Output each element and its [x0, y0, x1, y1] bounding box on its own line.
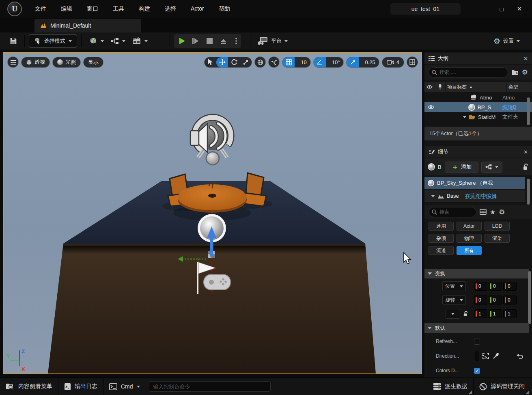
rotation-snap-toggle[interactable] — [314, 57, 326, 68]
rotation-y-field[interactable]: 0 — [489, 296, 502, 304]
scale-tool-button[interactable] — [240, 57, 252, 67]
settings-dropdown[interactable]: ⚙ 设置 — [490, 35, 523, 48]
filter-actor[interactable]: Actor — [457, 222, 482, 231]
refresh-checkbox[interactable] — [474, 339, 480, 345]
edit-blueprint-link[interactable]: 编辑B — [502, 104, 527, 111]
menu-edit[interactable]: 编辑 — [61, 5, 72, 13]
viewport-options-button[interactable] — [7, 56, 19, 68]
filter-physics[interactable]: 物理 — [457, 234, 482, 243]
add-actor-dropdown[interactable] — [86, 35, 107, 47]
close-icon[interactable]: ✕ — [523, 56, 528, 62]
maximize-viewport-button[interactable] — [407, 56, 418, 68]
favorites-star-icon[interactable]: ★ — [490, 208, 495, 216]
outliner-scrollbar[interactable] — [527, 97, 530, 125]
expander-arrow-icon[interactable] — [463, 116, 467, 118]
play-button[interactable] — [175, 35, 189, 47]
scale-snap-toggle[interactable] — [347, 57, 359, 68]
add-component-button[interactable]: ＋ 添加 — [445, 162, 478, 173]
type-column-header[interactable]: 类型 — [507, 82, 532, 92]
scale-snap-control[interactable]: 0.25 — [346, 57, 379, 68]
outliner-row-bp-sky-sphere-selected[interactable]: BP_S 编辑B — [424, 102, 532, 112]
filter-all[interactable]: 所有 — [457, 246, 482, 255]
details-object-row-selected[interactable]: BP_Sky_Sphere （自我 — [424, 177, 525, 189]
unlock-icon[interactable] — [463, 311, 468, 317]
colors-checkbox[interactable]: ✓ — [474, 368, 480, 374]
scale-y-field[interactable]: 1 — [489, 309, 502, 318]
outliner-search-input[interactable] — [429, 67, 508, 78]
show-dropdown[interactable]: 显示 — [83, 57, 103, 68]
platforms-dropdown[interactable]: 平台 — [254, 35, 291, 47]
scale-x-field[interactable]: 1 — [474, 309, 487, 318]
source-control-button[interactable]: 源码管理关闭 — [474, 378, 530, 395]
display-filter-icon[interactable] — [480, 209, 487, 215]
level-tab[interactable]: Minimal_Default — [34, 19, 141, 32]
play-options-button[interactable] — [232, 35, 240, 47]
use-selected-icon[interactable] — [481, 352, 489, 360]
level-viewport[interactable]: Z Y X 透视 光照 显示 — [3, 52, 422, 374]
pin-column-header[interactable] — [435, 82, 446, 92]
menu-actor[interactable]: Actor — [191, 5, 204, 13]
output-log-button[interactable]: 输出日志 — [58, 378, 103, 395]
details-tab[interactable]: 细节 ✕ — [424, 146, 532, 158]
rotation-dropdown[interactable]: 旋转 — [442, 295, 466, 305]
menu-tools[interactable]: 工具 — [113, 5, 124, 13]
menu-select[interactable]: 选择 — [165, 5, 176, 13]
scale-dropdown[interactable] — [446, 309, 460, 319]
select-mode-dropdown[interactable]: 选择模式 — [29, 35, 77, 47]
frame-skip-button[interactable] — [189, 35, 202, 47]
maximize-button[interactable]: □ — [495, 3, 508, 15]
unlock-icon[interactable] — [523, 164, 529, 170]
rotation-z-field[interactable]: 0 — [503, 296, 517, 304]
location-dropdown[interactable]: 位置 — [442, 281, 466, 291]
details-settings-gear-icon[interactable]: ⚙ — [499, 208, 505, 216]
location-x-field[interactable]: 0 — [474, 282, 487, 291]
details-scrollbar[interactable] — [528, 271, 531, 324]
content-drawer-button[interactable]: 内容侧滑菜单 — [0, 378, 58, 395]
perspective-dropdown[interactable]: 透视 — [21, 57, 50, 68]
location-y-field[interactable]: 0 — [489, 282, 502, 291]
grid-snap-value[interactable]: 10 — [297, 59, 310, 65]
location-z-field[interactable]: 0 — [503, 282, 517, 291]
convert-to-blueprint-dropdown[interactable] — [481, 162, 502, 173]
object-reference-slot[interactable] — [474, 351, 479, 361]
edit-in-blueprint-link[interactable]: 在蓝图中编辑 — [465, 192, 497, 200]
camera-speed-control[interactable]: 4 — [382, 57, 404, 68]
minimize-button[interactable]: — — [477, 3, 491, 15]
outliner-settings-gear-icon[interactable]: ⚙ — [522, 68, 528, 77]
details-component-row[interactable]: Base 在蓝图中编辑 — [424, 190, 525, 202]
console-command-input[interactable] — [149, 381, 271, 392]
item-label-column-header[interactable]: 项目标签 ▲ — [446, 82, 507, 92]
rotate-tool-button[interactable] — [228, 57, 240, 67]
select-tool-button[interactable] — [205, 57, 216, 67]
eject-button[interactable] — [216, 35, 230, 47]
filter-misc[interactable]: 杂项 — [429, 234, 454, 243]
outliner-row-atmo[interactable]: Atmo Atmo — [424, 93, 532, 102]
menu-build[interactable]: 构建 — [139, 5, 150, 13]
lit-mode-dropdown[interactable]: 光照 — [52, 57, 81, 68]
stop-button[interactable] — [202, 35, 216, 47]
cinematics-dropdown[interactable] — [129, 35, 151, 47]
filter-rendering[interactable]: 渲染 — [485, 234, 510, 243]
filter-general[interactable]: 通用 — [429, 222, 454, 231]
filter-streaming[interactable]: 流送 — [429, 246, 454, 255]
cmd-dropdown[interactable]: Cmd — [103, 378, 146, 395]
close-icon[interactable]: ✕ — [523, 149, 528, 155]
menu-window[interactable]: 窗口 — [87, 5, 98, 13]
outliner-row-staticmeshes-folder[interactable]: StaticM 文件夹 — [424, 112, 532, 122]
eye-icon[interactable] — [428, 105, 434, 109]
new-folder-icon[interactable] — [511, 69, 519, 76]
expander-arrow-icon[interactable] — [431, 195, 435, 197]
derived-data-button[interactable]: 派生数据 — [427, 378, 473, 395]
reset-to-default-icon[interactable] — [517, 354, 523, 359]
rotation-x-field[interactable]: 0 — [474, 296, 487, 304]
grid-snap-control[interactable]: 10 — [282, 57, 310, 68]
surface-snapping-button[interactable] — [268, 56, 280, 68]
scale-snap-value[interactable]: 0.25 — [361, 59, 379, 65]
grid-snap-toggle[interactable] — [282, 57, 295, 68]
details-tree-scrollbar[interactable] — [527, 179, 530, 205]
move-tool-button[interactable] — [216, 57, 228, 67]
menu-file[interactable]: 文件 — [35, 5, 46, 13]
scale-z-field[interactable]: 1 — [503, 309, 517, 318]
rotation-snap-control[interactable]: 10° — [313, 57, 344, 68]
visibility-column-header[interactable] — [424, 82, 435, 92]
